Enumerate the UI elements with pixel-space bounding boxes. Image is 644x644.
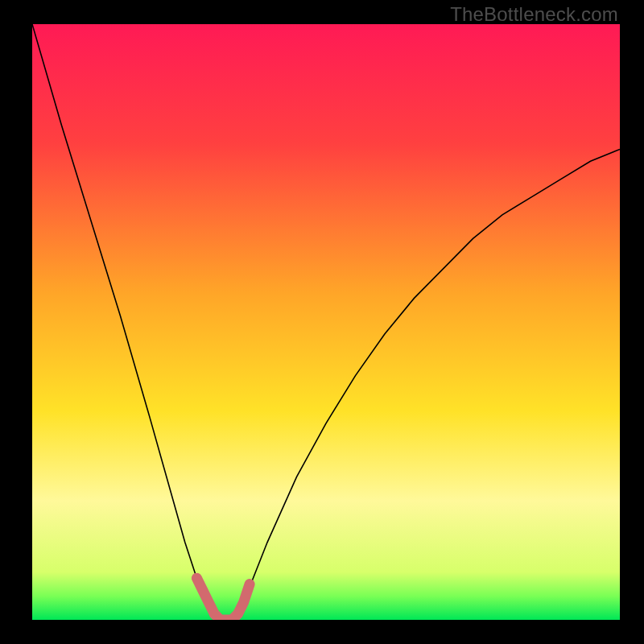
- bottleneck-curve: [32, 24, 620, 620]
- chart-frame: TheBottleneck.com: [0, 0, 644, 644]
- plot-area: [32, 24, 620, 620]
- watermark-text: TheBottleneck.com: [450, 3, 618, 26]
- curve-layer: [32, 24, 620, 620]
- bottleneck-highlight: [196, 578, 250, 620]
